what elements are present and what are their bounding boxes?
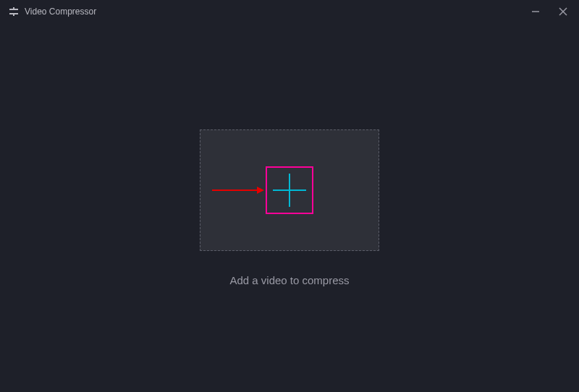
svg-rect-1 <box>13 7 14 10</box>
minimize-icon <box>531 7 541 17</box>
instruction-text: Add a video to compress <box>229 274 349 286</box>
titlebar-left: Video Compressor <box>9 7 96 17</box>
main-content: Add a video to compress <box>0 23 579 392</box>
add-button-highlight[interactable] <box>266 166 313 214</box>
add-video-dropzone[interactable] <box>200 129 379 251</box>
titlebar: Video Compressor <box>0 0 579 23</box>
close-icon <box>558 7 568 17</box>
app-icon <box>9 7 19 17</box>
window-controls <box>528 4 570 19</box>
close-button[interactable] <box>556 4 570 19</box>
annotation-arrow <box>212 187 264 194</box>
minimize-button[interactable] <box>528 4 543 19</box>
svg-rect-3 <box>13 13 14 16</box>
plus-icon <box>289 174 290 207</box>
arrow-head-icon <box>257 187 264 194</box>
arrow-line <box>212 189 257 191</box>
window-title: Video Compressor <box>25 7 96 17</box>
